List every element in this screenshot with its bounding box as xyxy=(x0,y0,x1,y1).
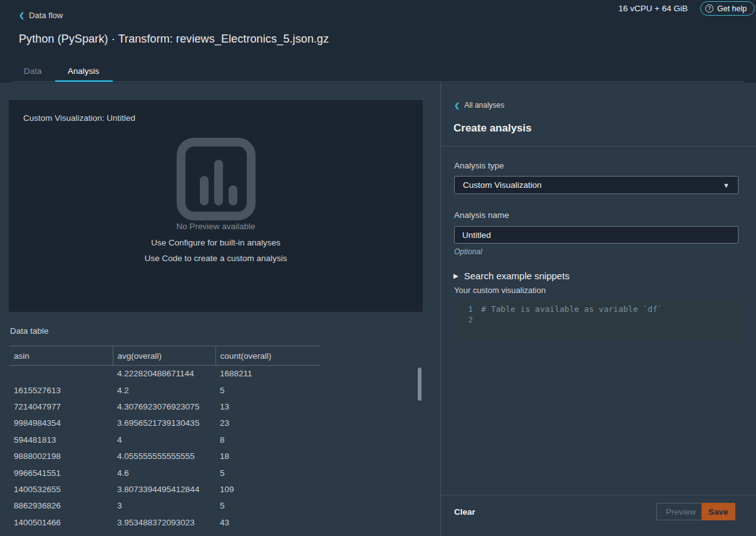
get-help-button[interactable]: ? Get help xyxy=(700,1,755,16)
visualization-preview-panel: Custom Visualization: Untitled No Previe… xyxy=(9,100,423,312)
code-editor[interactable]: 1# Table is available as variable `df`2 xyxy=(453,299,743,342)
analysis-type-value: Custom Visualization xyxy=(463,180,542,190)
tab-divider xyxy=(11,81,745,82)
table-row: 99665415514.65 xyxy=(9,465,321,481)
analysis-type-label: Analysis type xyxy=(454,161,504,170)
code-line: 2 xyxy=(453,315,743,326)
optional-hint: Optional xyxy=(454,247,482,256)
analysis-name-input[interactable] xyxy=(454,226,738,244)
table-cell: 4.222820488671144 xyxy=(113,366,215,382)
table-row: 886293682635 xyxy=(9,498,321,514)
footer-divider xyxy=(441,495,756,495)
table-cell: 1400501466 xyxy=(9,514,113,530)
panel-divider xyxy=(440,83,441,536)
data-table-title: Data table xyxy=(10,326,49,336)
table-cell: 9966541551 xyxy=(9,465,113,481)
active-tab-underline xyxy=(55,80,113,82)
table-header-row: asin avg(overall) count(overall) xyxy=(9,346,321,366)
tab-data[interactable]: Data xyxy=(24,66,42,76)
table-cell: 4.2 xyxy=(113,382,215,398)
back-chevron-icon: ❮ xyxy=(454,102,460,109)
line-number: 2 xyxy=(453,315,473,326)
table-cell: 109 xyxy=(215,481,321,497)
table-row: 14005014663.95348837209302343 xyxy=(9,514,321,530)
table-cell: 7214047977 xyxy=(9,398,113,415)
search-example-snippets-expander[interactable]: ▶ Search example snippets xyxy=(453,271,569,281)
table-cell: 1615527613 xyxy=(9,382,113,398)
analysis-name-label: Analysis name xyxy=(454,210,509,220)
all-analyses-label: All analyses xyxy=(464,101,504,110)
page-title: Python (PySpark) · Transform: reviews_El… xyxy=(19,33,329,46)
table-cell xyxy=(9,366,113,382)
back-to-all-analyses[interactable]: ❮ All analyses xyxy=(454,101,504,110)
column-header-avg-overall[interactable]: avg(overall) xyxy=(113,346,215,366)
save-button[interactable]: Save xyxy=(702,503,735,520)
table-cell: 4 xyxy=(113,431,215,448)
visualization-title: Custom Visualization: Untitled xyxy=(23,113,135,123)
table-row: 72140479774.307692307692307513 xyxy=(9,398,321,415)
table-cell: 4.6 xyxy=(113,465,215,481)
column-header-count-overall[interactable]: count(overall) xyxy=(215,346,321,366)
table-body: 4.222820488671144168821116155276134.2572… xyxy=(9,366,321,531)
table-cell: 3.8073394495412844 xyxy=(113,481,215,497)
table-cell: 9984984354 xyxy=(9,415,113,431)
tab-analysis[interactable]: Analysis xyxy=(68,66,99,76)
hint-code: Use Code to create a custom analysis xyxy=(9,254,423,263)
table-cell: 18 xyxy=(215,448,321,464)
table-cell: 4.3076923076923075 xyxy=(113,398,215,415)
code-line: 1# Table is available as variable `df` xyxy=(453,304,743,315)
table-cell: 3 xyxy=(113,498,215,514)
table-cell: 594481813 xyxy=(9,431,113,448)
table-cell: 4.055555555555555 xyxy=(113,448,215,464)
data-table: asin avg(overall) count(overall) 4.22282… xyxy=(9,346,321,530)
chevron-down-icon: ▼ xyxy=(723,182,730,189)
table-row: 98880021984.05555555555555518 xyxy=(9,448,321,464)
table-scrollbar-thumb[interactable] xyxy=(418,368,422,401)
table-cell: 5 xyxy=(215,382,321,398)
table-cell: 8862936826 xyxy=(9,498,113,514)
table-cell: 5 xyxy=(215,498,321,514)
preview-button[interactable]: Preview xyxy=(656,503,705,520)
data-wrangler-page: { "colors": { "accent": "#3fb8c9", "tab_… xyxy=(0,0,756,536)
table-cell: 9888002198 xyxy=(9,448,113,464)
table-row: 99849843543.695652173913043523 xyxy=(9,415,321,431)
table-cell: 1688211 xyxy=(215,366,321,382)
code-lines: 1# Table is available as variable `df`2 xyxy=(453,304,743,325)
back-to-data-flow-label: Data flow xyxy=(29,11,63,20)
analysis-type-select[interactable]: Custom Visualization ▼ xyxy=(454,176,738,194)
back-chevron-icon: ❮ xyxy=(19,12,24,19)
get-help-label: Get help xyxy=(717,4,747,13)
hint-configure: Use Configure for built-in analyses xyxy=(9,238,423,247)
table-cell: 43 xyxy=(215,514,321,530)
table-cell: 3.953488372093023 xyxy=(113,514,215,530)
question-mark-icon: ? xyxy=(705,4,713,13)
instance-resources: 16 vCPU + 64 GiB xyxy=(618,4,688,13)
table-row: 4.2228204886711441688211 xyxy=(9,366,321,382)
table-cell: 23 xyxy=(215,415,321,431)
table-cell: 5 xyxy=(215,465,321,481)
line-number: 1 xyxy=(453,304,473,315)
table-row: 59448181348 xyxy=(9,431,321,448)
table-row: 16155276134.25 xyxy=(9,382,321,398)
custom-visualization-label: Your custom visualization xyxy=(454,286,546,295)
create-analysis-title: Create analysis xyxy=(453,122,532,135)
search-example-snippets-label: Search example snippets xyxy=(464,271,569,281)
column-header-asin[interactable]: asin xyxy=(9,346,113,366)
no-preview-message: No Preview available xyxy=(9,222,423,231)
table-cell: 13 xyxy=(215,398,321,415)
back-to-data-flow[interactable]: ❮ Data flow xyxy=(19,11,63,20)
disclosure-triangle-icon: ▶ xyxy=(453,272,458,279)
table-cell: 8 xyxy=(215,431,321,448)
section-divider xyxy=(441,146,756,147)
clear-button[interactable]: Clear xyxy=(454,507,475,517)
code-text: # Table is available as variable `df` xyxy=(481,304,663,315)
bar-chart-icon xyxy=(175,138,257,220)
table-cell: 3.6956521739130435 xyxy=(113,415,215,431)
table-cell: 1400532655 xyxy=(9,481,113,497)
table-row: 14005326553.8073394495412844109 xyxy=(9,481,321,497)
